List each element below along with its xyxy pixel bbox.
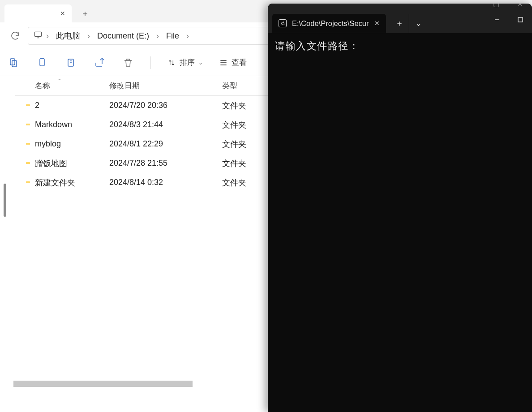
new-tab-button[interactable]: ＋ (76, 4, 94, 22)
column-header-date[interactable]: 修改日期 (109, 81, 217, 91)
maximize-button[interactable] (509, 11, 532, 29)
terminal-window: ▢ ✕ c:\ E:\Code\Projects\Secur ✕ ＋ ⌄ 请输入… (268, 4, 532, 412)
chevron-down-icon: ⌄ (198, 60, 203, 66)
svg-rect-3 (40, 59, 44, 66)
sort-label: 排序 (180, 57, 195, 68)
terminal-tab-title: E:\Code\Projects\Secur (292, 19, 369, 28)
background-close-icon: ✕ (517, 4, 523, 8)
terminal-tab[interactable]: c:\ E:\Code\Projects\Secur ✕ (272, 14, 386, 33)
breadcrumb-folder[interactable]: File (163, 30, 183, 43)
breadcrumb-this-pc[interactable]: 此电脑 (52, 29, 84, 43)
divider (150, 56, 151, 69)
file-name: 2 (35, 101, 109, 110)
chevron-right-icon: › (154, 31, 161, 41)
share-button[interactable] (93, 56, 106, 69)
column-header-name[interactable]: 名称 ⌄ (15, 81, 109, 91)
this-pc-icon (34, 30, 43, 42)
close-icon[interactable]: ✕ (374, 20, 380, 27)
explorer-tab[interactable]: ✕ (4, 4, 72, 22)
background-maximize-icon: ▢ (493, 4, 499, 8)
terminal-tab-dropdown[interactable]: ⌄ (409, 14, 428, 33)
svg-rect-2 (12, 60, 17, 67)
chevron-right-icon: › (44, 31, 51, 41)
terminal-tabstrip: c:\ E:\Code\Projects\Secur ✕ ＋ ⌄ (268, 4, 428, 33)
column-name-label: 名称 (35, 81, 50, 91)
paste-button[interactable] (64, 56, 77, 69)
view-label: 查看 (232, 57, 247, 68)
background-window-controls: ▢ ✕ (493, 4, 523, 8)
delete-button[interactable] (122, 56, 134, 69)
svg-rect-0 (35, 32, 42, 36)
close-icon[interactable]: ✕ (60, 10, 65, 17)
cut-button[interactable] (7, 56, 20, 69)
horizontal-scrollbar[interactable] (13, 381, 193, 387)
file-name: myblog (35, 139, 109, 149)
file-name: 蹭饭地图 (35, 158, 109, 169)
file-date: 2024/7/28 21:55 (109, 159, 217, 168)
vertical-scrollbar[interactable] (4, 184, 6, 217)
copy-button[interactable] (36, 56, 48, 69)
terminal-new-tab-button[interactable]: ＋ (390, 14, 409, 33)
explorer-sidebar (0, 76, 13, 412)
sort-indicator-icon: ⌄ (58, 78, 61, 83)
sort-button[interactable]: 排序 ⌄ (167, 57, 203, 68)
terminal-prompt-text: 请输入文件路径： (275, 40, 359, 52)
file-date: 2024/8/3 21:44 (109, 120, 217, 129)
file-name: 新建文件夹 (35, 177, 109, 188)
svg-rect-5 (518, 17, 523, 22)
chevron-right-icon: › (86, 31, 92, 41)
view-button[interactable]: 查看 (219, 57, 247, 68)
file-date: 2024/8/14 0:32 (109, 178, 217, 187)
svg-rect-1 (10, 59, 15, 65)
minimize-button[interactable] (485, 11, 509, 29)
file-name: Markdown (35, 120, 109, 129)
chevron-right-icon: › (184, 31, 191, 41)
breadcrumb-drive[interactable]: Document (E:) (94, 30, 153, 43)
terminal-output[interactable]: 请输入文件路径： (268, 33, 532, 59)
file-date: 2024/8/1 22:29 (109, 139, 217, 149)
cmd-icon: c:\ (279, 19, 287, 27)
terminal-window-controls (485, 11, 532, 29)
refresh-button[interactable] (9, 30, 21, 42)
file-date: 2024/7/20 20:36 (109, 101, 217, 110)
terminal-titlebar: ▢ ✕ c:\ E:\Code\Projects\Secur ✕ ＋ ⌄ (268, 4, 532, 33)
